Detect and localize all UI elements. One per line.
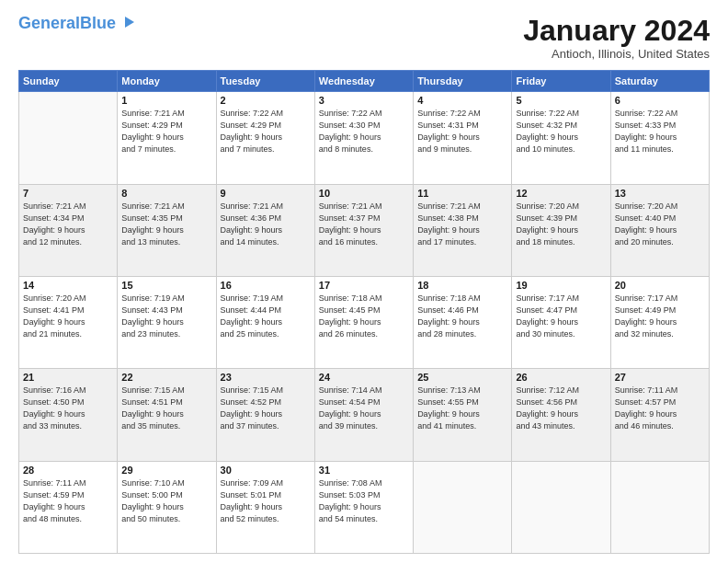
day-number: 27: [615, 372, 705, 383]
day-info: Sunrise: 7:19 AMSunset: 4:43 PMDaylight:…: [121, 293, 211, 340]
table-row: 13Sunrise: 7:20 AMSunset: 4:40 PMDayligh…: [610, 184, 709, 276]
day-number: 2: [221, 95, 311, 106]
table-row: 26Sunrise: 7:12 AMSunset: 4:56 PMDayligh…: [512, 369, 610, 461]
day-info: Sunrise: 7:13 AMSunset: 4:55 PMDaylight:…: [417, 385, 507, 432]
logo: GeneralBlue: [18, 15, 138, 33]
table-row: 28Sunrise: 7:11 AMSunset: 4:59 PMDayligh…: [19, 461, 118, 553]
table-row: [610, 461, 709, 553]
day-number: 17: [319, 280, 409, 291]
day-number: 20: [615, 280, 705, 291]
title-block: January 2024 Antioch, Illinois, United S…: [523, 15, 710, 61]
col-friday: Friday: [512, 71, 610, 92]
day-info: Sunrise: 7:15 AMSunset: 4:51 PMDaylight:…: [121, 385, 211, 432]
day-info: Sunrise: 7:11 AMSunset: 4:59 PMDaylight:…: [23, 477, 113, 525]
day-info: Sunrise: 7:21 AMSunset: 4:37 PMDaylight:…: [319, 201, 409, 248]
day-number: 31: [319, 465, 409, 476]
day-number: 30: [221, 465, 311, 476]
day-info: Sunrise: 7:18 AMSunset: 4:45 PMDaylight:…: [319, 293, 409, 340]
day-number: 3: [319, 95, 409, 106]
svg-marker-0: [125, 17, 134, 28]
day-number: 14: [23, 280, 113, 291]
col-wednesday: Wednesday: [314, 71, 413, 92]
logo-icon: [118, 13, 138, 33]
table-row: 15Sunrise: 7:19 AMSunset: 4:43 PMDayligh…: [118, 276, 216, 368]
page: GeneralBlue January 2024 Antioch, Illino…: [0, 0, 728, 563]
table-row: 4Sunrise: 7:22 AMSunset: 4:31 PMDaylight…: [414, 92, 512, 184]
day-info: Sunrise: 7:10 AMSunset: 5:00 PMDaylight:…: [121, 477, 211, 525]
table-row: 16Sunrise: 7:19 AMSunset: 4:44 PMDayligh…: [216, 276, 314, 368]
day-info: Sunrise: 7:20 AMSunset: 4:39 PMDaylight:…: [516, 201, 606, 248]
table-row: 29Sunrise: 7:10 AMSunset: 5:00 PMDayligh…: [118, 461, 216, 553]
day-info: Sunrise: 7:20 AMSunset: 4:40 PMDaylight:…: [615, 201, 705, 248]
calendar-week-row: 28Sunrise: 7:11 AMSunset: 4:59 PMDayligh…: [19, 461, 710, 553]
calendar-week-row: 7Sunrise: 7:21 AMSunset: 4:34 PMDaylight…: [19, 184, 710, 276]
day-number: 4: [417, 95, 507, 106]
table-row: 3Sunrise: 7:22 AMSunset: 4:30 PMDaylight…: [314, 92, 413, 184]
calendar-week-row: 14Sunrise: 7:20 AMSunset: 4:41 PMDayligh…: [19, 276, 710, 368]
table-row: 23Sunrise: 7:15 AMSunset: 4:52 PMDayligh…: [216, 369, 314, 461]
day-info: Sunrise: 7:12 AMSunset: 4:56 PMDaylight:…: [516, 385, 606, 432]
calendar-week-row: 1Sunrise: 7:21 AMSunset: 4:29 PMDaylight…: [19, 92, 710, 184]
day-info: Sunrise: 7:17 AMSunset: 4:47 PMDaylight:…: [516, 293, 606, 340]
day-info: Sunrise: 7:21 AMSunset: 4:34 PMDaylight:…: [23, 201, 113, 248]
day-info: Sunrise: 7:21 AMSunset: 4:29 PMDaylight:…: [121, 108, 211, 155]
day-info: Sunrise: 7:21 AMSunset: 4:36 PMDaylight:…: [221, 201, 311, 248]
table-row: 31Sunrise: 7:08 AMSunset: 5:03 PMDayligh…: [314, 461, 413, 553]
day-number: 13: [615, 188, 705, 199]
day-info: Sunrise: 7:15 AMSunset: 4:52 PMDaylight:…: [221, 385, 311, 432]
col-monday: Monday: [118, 71, 216, 92]
table-row: 24Sunrise: 7:14 AMSunset: 4:54 PMDayligh…: [314, 369, 413, 461]
table-row: 21Sunrise: 7:16 AMSunset: 4:50 PMDayligh…: [19, 369, 118, 461]
day-number: 18: [417, 280, 507, 291]
calendar-week-row: 21Sunrise: 7:16 AMSunset: 4:50 PMDayligh…: [19, 369, 710, 461]
day-info: Sunrise: 7:08 AMSunset: 5:03 PMDaylight:…: [319, 477, 409, 525]
day-number: 26: [516, 372, 606, 383]
table-row: [414, 461, 512, 553]
table-row: 14Sunrise: 7:20 AMSunset: 4:41 PMDayligh…: [19, 276, 118, 368]
day-info: Sunrise: 7:09 AMSunset: 5:01 PMDaylight:…: [221, 477, 311, 525]
logo-text: GeneralBlue: [18, 15, 116, 33]
day-info: Sunrise: 7:16 AMSunset: 4:50 PMDaylight:…: [23, 385, 113, 432]
day-number: 1: [121, 95, 211, 106]
table-row: 19Sunrise: 7:17 AMSunset: 4:47 PMDayligh…: [512, 276, 610, 368]
table-row: 6Sunrise: 7:22 AMSunset: 4:33 PMDaylight…: [610, 92, 709, 184]
day-number: 28: [23, 465, 113, 476]
day-number: 16: [221, 280, 311, 291]
day-number: 23: [221, 372, 311, 383]
day-info: Sunrise: 7:22 AMSunset: 4:32 PMDaylight:…: [516, 108, 606, 155]
day-number: 24: [319, 372, 409, 383]
day-info: Sunrise: 7:18 AMSunset: 4:46 PMDaylight:…: [417, 293, 507, 340]
table-row: 7Sunrise: 7:21 AMSunset: 4:34 PMDaylight…: [19, 184, 118, 276]
table-row: 20Sunrise: 7:17 AMSunset: 4:49 PMDayligh…: [610, 276, 709, 368]
calendar-header-row: Sunday Monday Tuesday Wednesday Thursday…: [19, 71, 710, 92]
table-row: 1Sunrise: 7:21 AMSunset: 4:29 PMDaylight…: [118, 92, 216, 184]
day-number: 11: [417, 188, 507, 199]
day-info: Sunrise: 7:21 AMSunset: 4:35 PMDaylight:…: [121, 201, 211, 248]
header: GeneralBlue January 2024 Antioch, Illino…: [18, 15, 710, 61]
day-info: Sunrise: 7:19 AMSunset: 4:44 PMDaylight:…: [221, 293, 311, 340]
day-number: 9: [221, 188, 311, 199]
col-sunday: Sunday: [19, 71, 118, 92]
table-row: 8Sunrise: 7:21 AMSunset: 4:35 PMDaylight…: [118, 184, 216, 276]
day-info: Sunrise: 7:17 AMSunset: 4:49 PMDaylight:…: [615, 293, 705, 340]
table-row: 25Sunrise: 7:13 AMSunset: 4:55 PMDayligh…: [414, 369, 512, 461]
col-saturday: Saturday: [610, 71, 709, 92]
table-row: 17Sunrise: 7:18 AMSunset: 4:45 PMDayligh…: [314, 276, 413, 368]
day-number: 19: [516, 280, 606, 291]
day-info: Sunrise: 7:22 AMSunset: 4:30 PMDaylight:…: [319, 108, 409, 155]
table-row: [512, 461, 610, 553]
day-number: 22: [121, 372, 211, 383]
day-info: Sunrise: 7:20 AMSunset: 4:41 PMDaylight:…: [23, 293, 113, 340]
day-number: 5: [516, 95, 606, 106]
table-row: 9Sunrise: 7:21 AMSunset: 4:36 PMDaylight…: [216, 184, 314, 276]
day-number: 8: [121, 188, 211, 199]
subtitle: Antioch, Illinois, United States: [523, 47, 710, 61]
day-number: 25: [417, 372, 507, 383]
day-info: Sunrise: 7:22 AMSunset: 4:33 PMDaylight:…: [615, 108, 705, 155]
day-info: Sunrise: 7:21 AMSunset: 4:38 PMDaylight:…: [417, 201, 507, 248]
table-row: 30Sunrise: 7:09 AMSunset: 5:01 PMDayligh…: [216, 461, 314, 553]
calendar-table: Sunday Monday Tuesday Wednesday Thursday…: [18, 70, 710, 554]
table-row: 2Sunrise: 7:22 AMSunset: 4:29 PMDaylight…: [216, 92, 314, 184]
day-info: Sunrise: 7:14 AMSunset: 4:54 PMDaylight:…: [319, 385, 409, 432]
table-row: 22Sunrise: 7:15 AMSunset: 4:51 PMDayligh…: [118, 369, 216, 461]
